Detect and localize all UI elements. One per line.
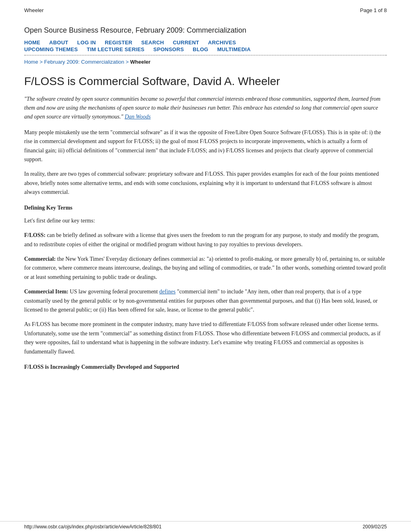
nav-tim-lecture[interactable]: TIM LECTURE SERIES <box>87 46 144 52</box>
nav-row-2: UPCOMING THEMES TIM LECTURE SERIES SPONS… <box>24 46 387 52</box>
commercial-item-label: Commercial Item: <box>24 289 68 295</box>
nav-about[interactable]: ABOUT <box>49 39 68 46</box>
breadcrumb-current: Wheeler <box>130 59 151 65</box>
article-body: F/LOSS is Commercial Software, David A. … <box>24 75 387 372</box>
article-para2: In reality, there are two types of comme… <box>24 170 387 197</box>
breadcrumb-home[interactable]: Home <box>24 59 38 65</box>
section1-heading: Defining Key Terms <box>24 204 387 212</box>
breadcrumb: Home > February 2009: Commercialization … <box>24 59 387 65</box>
navigation: HOME ABOUT LOG IN REGISTER SEARCH CURREN… <box>24 39 387 56</box>
header-page-info: Page 1 of 8 <box>360 7 387 13</box>
footer-date: 2009/02/25 <box>363 524 387 530</box>
commercial-item-defines-link[interactable]: defines <box>159 289 175 295</box>
nav-row-1: HOME ABOUT LOG IN REGISTER SEARCH CURREN… <box>24 39 387 46</box>
floss-label: F/LOSS: <box>24 232 46 238</box>
nav-multimedia[interactable]: MULTIMEDIA <box>217 46 251 52</box>
commercial-item-text-before: US law governing federal procurement <box>68 289 159 295</box>
section2-heading: F/LOSS is Increasingly Commercially Deve… <box>24 363 387 372</box>
article-quote: "The software created by open source com… <box>24 95 387 122</box>
commercial-text: the New York Times' Everyday dictionary … <box>24 256 386 280</box>
article-para1: Many people mistakenly use the term "com… <box>24 128 387 164</box>
article-title: F/LOSS is Commercial Software, David A. … <box>24 75 387 88</box>
header-title: Wheeler <box>24 7 44 13</box>
commercial-item-definition: Commercial Item: US law governing federa… <box>24 287 387 314</box>
floss-text: can be briefly defined as software with … <box>24 232 379 247</box>
footer-url: http://www.osbr.ca/ojs/index.php/osbr/ar… <box>24 524 162 530</box>
breadcrumb-section[interactable]: February 2009: Commercialization <box>44 59 125 65</box>
nav-login[interactable]: LOG IN <box>77 39 96 46</box>
site-title: Open Source Business Resource, February … <box>24 26 387 35</box>
nav-current[interactable]: CURRENT <box>173 39 199 46</box>
nav-sponsors[interactable]: SPONSORS <box>154 46 184 52</box>
nav-archives[interactable]: ARCHIVES <box>208 39 236 46</box>
article-para3: As F/LOSS has become more prominent in t… <box>24 320 387 356</box>
floss-definition: F/LOSS: can be briefly defined as softwa… <box>24 231 387 249</box>
nav-register[interactable]: REGISTER <box>105 39 133 46</box>
nav-blog[interactable]: BLOG <box>193 46 208 52</box>
nav-upcoming-themes[interactable]: UPCOMING THEMES <box>24 46 78 52</box>
section1-intro: Let's first define our key terms: <box>24 216 387 225</box>
nav-home[interactable]: HOME <box>24 39 40 46</box>
quote-author-link[interactable]: Dan Woods <box>125 114 150 120</box>
footer: http://www.osbr.ca/ojs/index.php/osbr/ar… <box>0 521 411 532</box>
nav-search[interactable]: SEARCH <box>141 39 164 46</box>
commercial-definition: Commercial: the New York Times' Everyday… <box>24 255 387 282</box>
nav-divider <box>24 55 387 56</box>
commercial-label: Commercial: <box>24 256 56 262</box>
